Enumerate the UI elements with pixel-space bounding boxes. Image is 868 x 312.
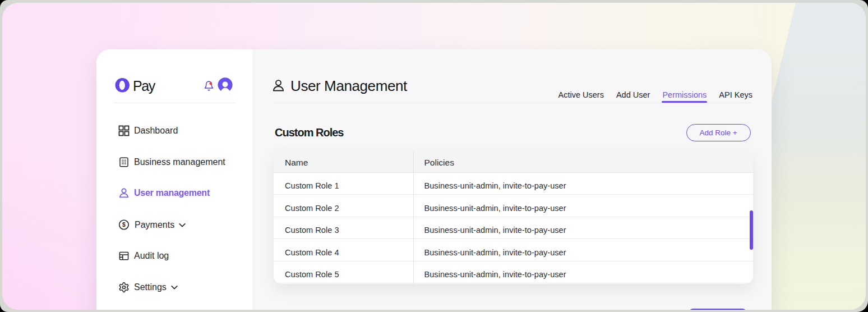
svg-text:$: $ bbox=[122, 222, 126, 228]
